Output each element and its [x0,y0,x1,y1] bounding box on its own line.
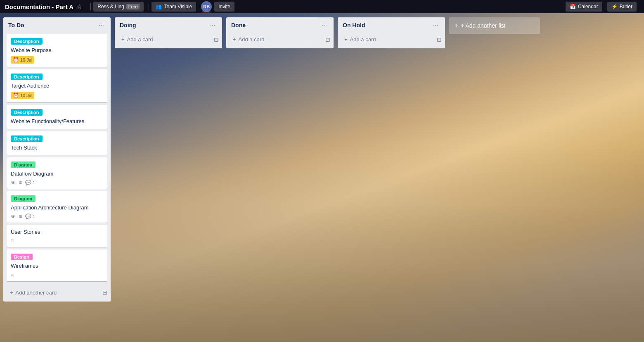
card-target-audience[interactable]: Description Target Audience ⏰ 10 Jul [7,69,107,102]
board-title: Documentation - Part A [5,3,73,10]
comment-count: 1 [33,180,35,185]
card-meta-target-audience: ⏰ 10 Jul [11,92,103,99]
avatar[interactable]: RB [201,1,212,12]
add-list-button[interactable]: + + Add another list [449,17,540,34]
list-header-todo: To Do ··· [3,17,111,32]
avatar-underline [202,12,211,12]
eye-icon2: 👁 [11,214,16,219]
list-footer-onhold: + Add a card ⊟ [338,32,445,48]
card-app-architecture[interactable]: Diagram Application Architecture Diagram… [7,191,107,223]
topbar-divider2 [149,3,149,10]
due-date2: 10 Jul [20,93,32,98]
lines-icon: ≡ [19,180,22,185]
butler-icon: ⚡ [611,4,618,10]
card-title-app-architecture: Application Architecture Diagram [11,204,103,211]
list-footer-done: + Add a card ⊟ [226,32,334,48]
add-list-plus: + [455,22,458,29]
comment-icon2: 💬 [25,214,31,219]
lines-badge: ≡ [19,180,22,185]
card-label-diagram2: Diagram [11,195,36,202]
card-meta-user-stories: ≡ [11,238,103,244]
list-title-done: Done [231,22,320,28]
list-title-onhold: On Hold [343,22,431,28]
add-card-label-onhold: Add a card [350,36,376,43]
topbar-right: 📅 Calendar ⚡ Butler [566,2,639,12]
list-header-doing: Doing ··· [115,17,222,32]
eye-badge2: 👁 [11,214,16,219]
list-onhold: On Hold ··· + Add a card ⊟ [338,17,445,48]
card-label-description4: Description [11,135,43,142]
invite-button[interactable]: Invite [214,2,234,12]
list-menu-button-doing[interactable]: ··· [208,21,217,30]
lists-container: To Do ··· Description Website Purpose ⏰ … [0,13,543,342]
add-card-button-doing[interactable]: + Add a card [118,34,214,45]
card-website-purpose[interactable]: Description Website Purpose ⏰ 10 Jul [7,34,107,67]
visibility-button[interactable]: 👥 Team Visible [152,2,196,12]
archive-icon-todo[interactable]: ⊟ [102,289,107,296]
list-menu-button-onhold[interactable]: ··· [431,21,440,30]
archive-icon-doing[interactable]: ⊟ [214,36,219,43]
add-card-plus-onhold: + [344,36,348,43]
list-cards-todo: Description Website Purpose ⏰ 10 Jul Des… [3,32,111,285]
comment-badge2: 💬 1 [25,214,35,219]
lines-icon4: ≡ [11,272,14,278]
card-meta-dataflow: 👁 ≡ 💬 1 [11,180,103,185]
card-label-diagram: Diagram [11,162,36,168]
archive-icon-done[interactable]: ⊟ [325,36,330,43]
list-menu-button-done[interactable]: ··· [320,21,329,30]
calendar-label: Calendar [578,4,598,10]
card-meta-website-purpose: ⏰ 10 Jul [11,56,103,64]
add-card-button-done[interactable]: + Add a card [230,34,325,45]
visibility-label: Team Visible [164,4,192,10]
card-website-functionality[interactable]: Description Website Functionality/Featur… [7,105,107,128]
card-title-tech-stack: Tech Stack [11,144,103,152]
lines-badge3: ≡ [11,238,14,244]
add-card-plus-doing: + [121,36,125,43]
add-card-button-onhold[interactable]: + Add a card [341,34,437,45]
add-card-plus-done: + [233,36,236,43]
comment-badge: 💬 1 [25,180,35,185]
card-wireframes[interactable]: Design Wireframes ≡ [7,249,107,281]
lines-icon2: ≡ [19,214,22,219]
add-card-button-todo[interactable]: + Add another card [7,287,102,298]
card-label-description3: Description [11,109,43,116]
add-card-plus: + [10,290,13,296]
card-title-user-stories: User Stories [11,228,103,236]
workspace-button[interactable]: Ross & Ling Free [93,2,144,12]
list-title-doing: Doing [120,22,208,28]
list-done: Done ··· + Add a card ⊟ [226,17,334,48]
butler-label: Butler [620,4,632,10]
star-icon[interactable]: ☆ [77,3,82,10]
comment-count2: 1 [33,214,35,219]
add-list-label: + Add another list [461,22,506,29]
card-title-website-functionality: Website Functionality/Features [11,118,103,125]
topbar: Documentation - Part A ☆ Ross & Ling Fre… [0,0,644,13]
workspace-plan-badge: Free [126,4,140,10]
clock-icon2: ⏰ [13,93,19,98]
card-title-wireframes: Wireframes [11,262,103,270]
eye-badge: 👁 [11,180,16,185]
comment-icon: 💬 [25,180,31,185]
calendar-button[interactable]: 📅 Calendar [566,2,602,12]
list-header-done: Done ··· [226,17,334,32]
card-label-description2: Description [11,74,43,80]
archive-icon-onhold[interactable]: ⊟ [437,36,442,43]
card-dataflow-diagram[interactable]: Diagram Dataflow Diagram 👁 ≡ 💬 1 [7,157,107,189]
due-badge2: ⏰ 10 Jul [11,92,34,99]
people-icon: 👥 [156,4,162,10]
add-card-label-todo: Add another card [16,290,57,296]
due-date: 10 Jul [20,57,32,62]
topbar-divider [90,3,91,10]
card-meta-architecture: 👁 ≡ 💬 1 [11,214,103,219]
butler-button[interactable]: ⚡ Butler [607,2,637,12]
eye-icon: 👁 [11,180,16,185]
due-badge: ⏰ 10 Jul [11,56,34,64]
card-user-stories[interactable]: User Stories ≡ [7,225,107,247]
card-tech-stack[interactable]: Description Tech Stack [7,131,107,155]
list-menu-button-todo[interactable]: ··· [97,21,106,30]
card-title-target-audience: Target Audience [11,82,103,90]
invite-label: Invite [218,4,230,10]
list-title-todo: To Do [8,22,97,28]
list-footer-doing: + Add a card ⊟ [115,32,222,48]
lines-badge4: ≡ [11,272,14,278]
